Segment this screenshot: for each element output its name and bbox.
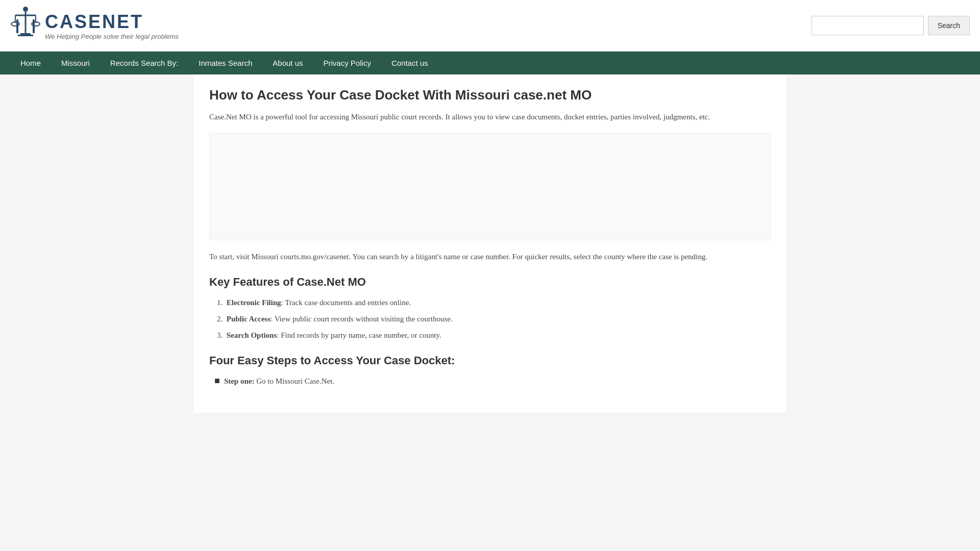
list-item: 1. Electronic Filing: Track case documen… bbox=[217, 296, 771, 309]
para2: To start, visit Missouri courts.mo.gov/c… bbox=[209, 251, 771, 263]
step-text: Go to Missouri Case.Net. bbox=[254, 377, 334, 385]
list-item: 3. Search Options: Find records by party… bbox=[217, 329, 771, 341]
svg-rect-8 bbox=[18, 35, 33, 36]
page-wrapper: CASENET We Helping People solve their le… bbox=[0, 0, 980, 551]
logo-subtitle: We Helping People solve their legal prob… bbox=[45, 33, 179, 40]
search-area: Search bbox=[812, 16, 970, 35]
svg-point-0 bbox=[23, 7, 28, 12]
logo-title: CASENET bbox=[45, 11, 179, 33]
nav-item-missouri[interactable]: Missouri bbox=[51, 52, 100, 74]
ad-placeholder bbox=[209, 133, 771, 240]
navbar: Home Missouri Records Search By: Inmates… bbox=[0, 52, 980, 74]
feature-text: : View public court records without visi… bbox=[271, 315, 453, 323]
logo-area[interactable]: CASENET We Helping People solve their le… bbox=[10, 5, 179, 46]
nav-item-privacy-policy[interactable]: Privacy Policy bbox=[313, 52, 381, 74]
list-item: 2. Public Access: View public court reco… bbox=[217, 313, 771, 325]
feature-number: 2. bbox=[217, 315, 223, 323]
logo-icon bbox=[10, 5, 41, 46]
nav-item-contact-us[interactable]: Contact us bbox=[381, 52, 438, 74]
feature-text: : Find records by party name, case numbe… bbox=[277, 331, 442, 339]
svg-rect-9 bbox=[16, 19, 18, 33]
feature-number: 1. bbox=[217, 298, 223, 307]
article: How to Access Your Case Docket With Miss… bbox=[194, 74, 786, 413]
step-content: Step one: Go to Missouri Case.Net. bbox=[224, 375, 334, 387]
feature-number: 3. bbox=[217, 331, 223, 339]
nav-item-inmates-search[interactable]: Inmates Search bbox=[188, 52, 262, 74]
feature-label: Public Access bbox=[227, 315, 271, 323]
svg-rect-10 bbox=[33, 19, 35, 33]
step-bullet: ■ bbox=[214, 375, 220, 387]
list-item: ■ Step one: Go to Missouri Case.Net. bbox=[214, 375, 771, 387]
content-wrapper: How to Access Your Case Docket With Miss… bbox=[184, 74, 796, 413]
features-title: Key Features of Case.Net MO bbox=[209, 276, 771, 289]
nav-item-about-us[interactable]: About us bbox=[262, 52, 313, 74]
nav-list: Home Missouri Records Search By: Inmates… bbox=[10, 52, 970, 74]
feature-text: : Track case documents and entries onlin… bbox=[281, 298, 411, 307]
features-list: 1. Electronic Filing: Track case documen… bbox=[209, 296, 771, 341]
feature-label: Search Options bbox=[227, 331, 277, 339]
logo-text-area: CASENET We Helping People solve their le… bbox=[45, 11, 179, 40]
intro-text: Case.Net MO is a powerful tool for acces… bbox=[209, 111, 771, 123]
nav-item-home[interactable]: Home bbox=[10, 52, 51, 74]
main-title: How to Access Your Case Docket With Miss… bbox=[209, 87, 771, 103]
svg-rect-7 bbox=[20, 33, 31, 35]
feature-label: Electronic Filing bbox=[227, 298, 281, 307]
step-label: Step one: bbox=[224, 377, 255, 385]
search-button[interactable]: Search bbox=[928, 16, 970, 35]
nav-item-records-search[interactable]: Records Search By: bbox=[100, 52, 188, 74]
steps-title: Four Easy Steps to Access Your Case Dock… bbox=[209, 354, 771, 367]
steps-list: ■ Step one: Go to Missouri Case.Net. bbox=[209, 375, 771, 387]
header: CASENET We Helping People solve their le… bbox=[0, 0, 980, 52]
search-input[interactable] bbox=[812, 16, 924, 35]
